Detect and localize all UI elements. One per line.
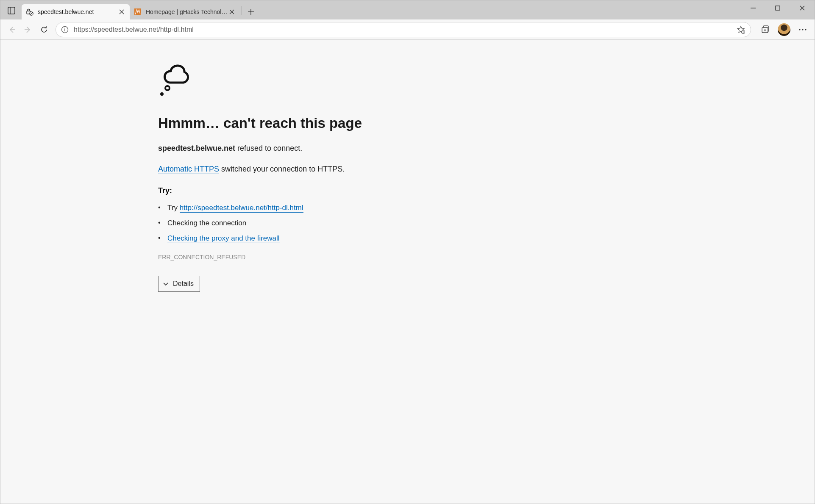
refresh-button[interactable] [36,22,52,38]
settings-menu-button[interactable] [794,21,811,38]
details-button[interactable]: Details [158,276,200,292]
profile-button[interactable] [776,21,793,38]
close-icon [119,9,124,14]
collections-icon [761,25,770,34]
tab-title: Homepage | gHacks Technology [146,8,228,15]
more-icon [798,28,807,31]
svg-point-13 [799,29,800,30]
site-info-button[interactable] [59,24,70,35]
page-content: Hmmm… can't reach this page speedtest.be… [0,40,815,504]
forward-button[interactable] [20,22,36,38]
window-minimize-button[interactable] [741,0,765,16]
try-item-text: Checking the connection [167,219,246,227]
minimize-icon [751,6,756,11]
arrow-right-icon [24,25,32,34]
titlebar: speedtest.belwue.net Homepage | gHacks T… [0,0,815,19]
svg-point-17 [160,92,164,96]
profile-avatar-icon [778,23,790,36]
arrow-left-icon [8,25,16,34]
collections-button[interactable] [757,21,774,38]
details-label: Details [173,280,194,288]
window-controls [741,0,815,16]
plus-icon [248,9,254,15]
tab-strip: speedtest.belwue.net Homepage | gHacks T… [22,4,258,19]
tab-title: speedtest.belwue.net [38,8,118,15]
star-add-icon [737,25,745,34]
try-item: Checking the proxy and the firewall [158,234,434,243]
svg-rect-0 [8,7,15,14]
close-icon [229,9,234,14]
svg-point-9 [64,28,65,28]
error-refused-text: refused to connect. [235,144,302,152]
try-item: Checking the connection [158,219,434,227]
tab-close-button[interactable] [118,8,125,16]
try-heading: Try: [158,186,434,195]
back-button[interactable] [4,22,20,38]
error-code: ERR_CONNECTION_REFUSED [158,254,434,260]
tab-2[interactable]: Homepage | gHacks Technology [130,4,240,19]
svg-rect-7 [776,6,780,10]
automatic-https-line: Automatic HTTPS switched your connection… [158,165,434,174]
thought-cloud-icon [158,64,434,102]
try-http-link[interactable]: http://speedtest.belwue.net/http-dl.html [180,204,303,213]
automatic-https-rest: switched your connection to HTTPS. [219,165,345,173]
info-icon [61,26,69,33]
error-host: speedtest.belwue.net [158,144,235,152]
svg-point-14 [802,29,803,30]
favorite-button[interactable] [734,23,747,36]
try-item: Try http://speedtest.belwue.net/http-dl.… [158,204,434,212]
tab-close-button[interactable] [228,8,236,16]
tab-1[interactable]: speedtest.belwue.net [22,4,130,19]
url-text[interactable]: https://speedtest.belwue.net/http-dl.htm… [74,26,734,33]
svg-point-16 [165,86,170,90]
new-tab-button[interactable] [244,6,258,18]
site-not-secure-icon [26,8,33,16]
maximize-icon [775,6,780,11]
chevron-down-icon [163,281,169,287]
address-bar[interactable]: https://speedtest.belwue.net/http-dl.htm… [56,22,751,37]
window-close-button[interactable] [790,0,815,16]
automatic-https-link[interactable]: Automatic HTTPS [158,165,219,174]
toolbar: https://speedtest.belwue.net/http-dl.htm… [0,19,815,40]
tab-actions-button[interactable] [3,2,20,19]
svg-point-15 [805,29,806,30]
error-heading: Hmmm… can't reach this page [158,115,434,131]
tab-actions-icon [8,7,15,14]
proxy-firewall-link[interactable]: Checking the proxy and the firewall [167,234,280,243]
error-container: Hmmm… can't reach this page speedtest.be… [158,64,434,292]
refresh-icon [40,25,48,34]
tab-separator [242,6,242,15]
ghacks-favicon [134,8,142,16]
close-icon [800,6,805,11]
try-item-prefix: Try [167,204,180,212]
window-maximize-button[interactable] [765,0,790,16]
toolbar-right-actions [757,21,811,38]
error-message: speedtest.belwue.net refused to connect. [158,144,434,153]
try-suggestions-list: Try http://speedtest.belwue.net/http-dl.… [158,204,434,243]
